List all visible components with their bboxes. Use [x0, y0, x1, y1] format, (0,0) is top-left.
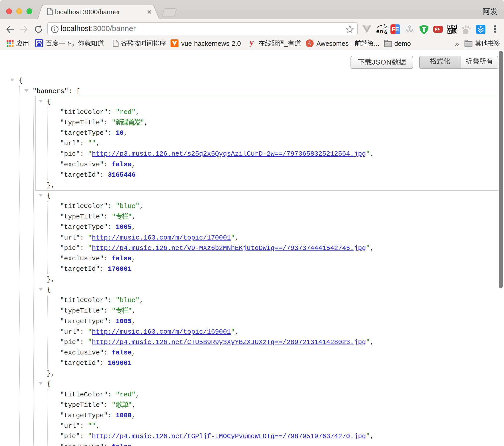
- svg-text:A: A: [307, 40, 311, 46]
- svg-text:y: y: [249, 39, 254, 47]
